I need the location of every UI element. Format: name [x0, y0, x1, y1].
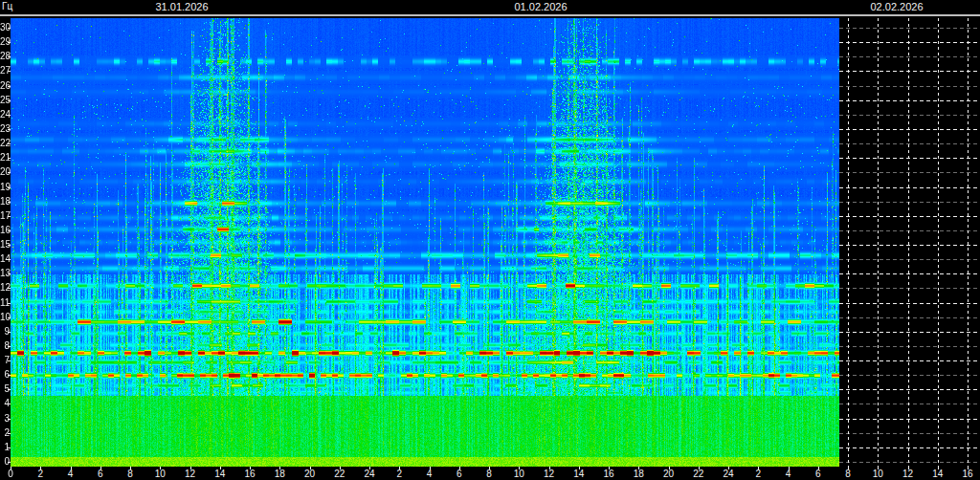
y-tick-mark [8, 187, 11, 188]
x-tick-label: 12 [902, 469, 913, 479]
x-tick-mark [11, 467, 11, 469]
x-tick-label: 12 [544, 469, 554, 479]
x-tick-mark [340, 467, 341, 469]
x-tick-label: 8 [845, 469, 851, 479]
y-tick-mark [8, 389, 11, 390]
x-tick-label: 6 [457, 469, 462, 479]
x-tick-mark [938, 467, 939, 469]
x-tick-mark [71, 467, 72, 469]
x-tick-mark [758, 467, 759, 469]
y-tick-mark [8, 462, 11, 463]
x-tick-mark [130, 467, 131, 469]
x-tick-mark [549, 467, 550, 469]
y-tick-mark [8, 433, 11, 434]
spectrogram-plot [11, 18, 979, 467]
x-tick-label: 2 [396, 469, 402, 479]
x-tick-label: 18 [634, 469, 644, 479]
y-tick-mark [8, 230, 11, 231]
y-tick-mark [8, 143, 11, 144]
date-label-day1: 31.01.2026 [155, 1, 208, 12]
x-tick-label: 24 [723, 469, 733, 479]
y-tick-mark [8, 28, 11, 29]
y-tick-mark [8, 71, 11, 72]
x-tick-mark [369, 467, 370, 469]
x-tick-label: 14 [573, 469, 584, 479]
x-tick-mark [459, 467, 460, 469]
x-tick-mark [279, 467, 280, 469]
x-tick-mark [818, 467, 819, 469]
x-tick-mark [489, 467, 490, 469]
x-tick-label: 18 [275, 469, 285, 479]
y-tick-mark [8, 360, 11, 361]
y-tick-mark [8, 346, 11, 347]
y-tick-mark [8, 56, 11, 57]
x-tick-label: 6 [98, 469, 103, 479]
x-tick-mark [638, 467, 639, 469]
y-tick-mark [8, 245, 11, 246]
x-tick-mark [908, 467, 909, 469]
x-tick-label: 4 [786, 469, 791, 479]
x-tick-mark [728, 467, 729, 469]
x-tick-label: 22 [693, 469, 703, 479]
y-tick-mark [8, 172, 11, 173]
x-tick-label: 22 [334, 469, 345, 479]
y-tick-mark [8, 375, 11, 376]
y-tick-mark [8, 303, 11, 304]
y-tick-mark [8, 332, 11, 333]
x-tick-mark [848, 467, 849, 469]
y-tick-mark [8, 317, 11, 318]
x-tick-mark [100, 467, 101, 469]
x-tick-mark [430, 467, 431, 469]
x-tick-label: 20 [304, 469, 315, 479]
x-tick-mark [878, 467, 879, 469]
x-tick-mark [609, 467, 610, 469]
x-tick-mark [579, 467, 580, 469]
y-tick-mark [8, 447, 11, 448]
x-tick-mark [40, 467, 41, 469]
x-tick-label: 14 [932, 469, 943, 479]
x-tick-label: 4 [68, 469, 74, 479]
x-tick-label: 8 [127, 469, 133, 479]
y-tick-mark [8, 158, 11, 159]
x-tick-label: 20 [663, 469, 674, 479]
frequency-unit-label: Гц [2, 1, 12, 11]
y-tick-mark [8, 288, 11, 289]
y-tick-mark [8, 115, 11, 116]
x-tick-label: 16 [962, 469, 972, 479]
x-tick-label: 10 [514, 469, 524, 479]
y-tick-mark [8, 202, 11, 203]
spectrogram-screen: Гц 31.01.2026 01.02.2026 02.02.2026 3029… [0, 0, 980, 480]
x-tick-label: 4 [427, 469, 433, 479]
y-tick-mark [8, 86, 11, 87]
y-tick-mark [8, 100, 11, 101]
x-tick-mark [310, 467, 311, 469]
y-tick-mark [8, 259, 11, 260]
x-tick-label: 0 [8, 469, 13, 479]
y-tick-mark [8, 129, 11, 130]
header-separator-line [0, 14, 980, 16]
y-tick-mark [8, 419, 11, 420]
x-tick-mark [250, 467, 251, 469]
x-tick-label: 16 [244, 469, 255, 479]
x-tick-mark [160, 467, 161, 469]
x-tick-label: 10 [155, 469, 166, 479]
x-tick-label: 2 [37, 469, 43, 479]
x-tick-mark [220, 467, 221, 469]
x-tick-label: 24 [364, 469, 374, 479]
x-tick-label: 10 [873, 469, 883, 479]
x-tick-label: 12 [185, 469, 195, 479]
date-label-day3: 02.02.2026 [870, 1, 923, 12]
y-tick-mark [8, 42, 11, 43]
x-tick-mark [669, 467, 670, 469]
x-tick-label: 2 [755, 469, 761, 479]
x-tick-mark [789, 467, 790, 469]
y-tick-mark [8, 216, 11, 217]
x-tick-label: 6 [815, 469, 821, 479]
x-tick-label: 14 [214, 469, 225, 479]
y-tick-mark [8, 273, 11, 274]
date-label-day2: 01.02.2026 [514, 1, 567, 12]
y-tick-mark [8, 404, 11, 404]
x-tick-label: 16 [603, 469, 613, 479]
x-tick-mark [190, 467, 191, 469]
x-tick-mark [699, 467, 700, 469]
